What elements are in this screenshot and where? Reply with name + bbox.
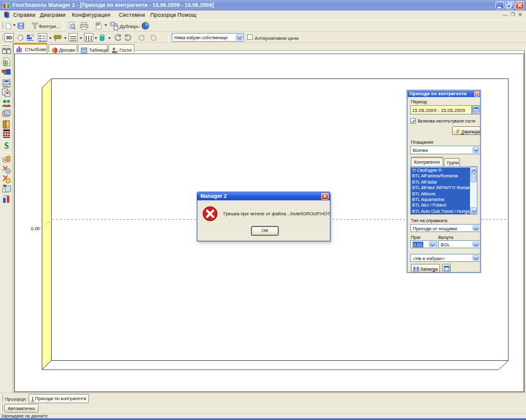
svg-text:$: $ bbox=[4, 141, 9, 150]
